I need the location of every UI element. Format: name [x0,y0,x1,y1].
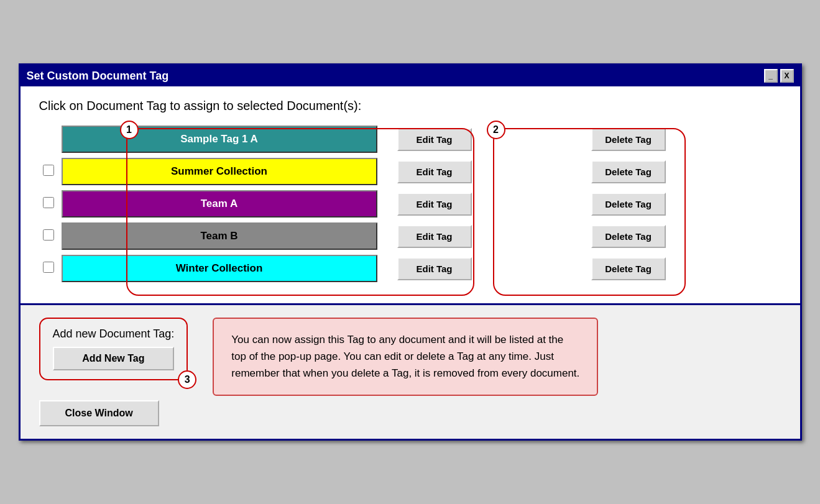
bottom-section: Add new Document Tag: Add New Tag 3 Clos… [21,303,800,439]
instruction-text: Click on Document Tag to assign to selec… [39,99,781,113]
delete-tag-cell: Delete Tag [587,155,781,188]
tag-button[interactable]: Team B [62,222,377,250]
table-row: Sample Tag 1 AEdit TagDelete Tag [39,123,781,155]
tag-checkbox[interactable] [43,229,54,241]
tag-name-cell: Winter Collection [58,252,381,285]
minimize-button[interactable]: _ [764,69,778,83]
spacer-cell [381,220,394,252]
tag-button[interactable]: Sample Tag 1 A [62,126,377,153]
info-box: You can now assign this Tag to any docum… [213,318,598,396]
tag-checkbox[interactable] [43,262,54,273]
close-window-button[interactable]: Close Window [39,400,159,426]
table-row: Winter CollectionEdit TagDelete Tag [39,252,781,285]
title-bar: Set Custom Document Tag _ X [21,65,800,86]
spacer-cell [381,188,394,220]
main-window: Set Custom Document Tag _ X Click on Doc… [19,63,802,441]
edit-tag-cell: Edit Tag [394,188,587,220]
delete-tag-button[interactable]: Delete Tag [591,160,666,183]
tag-name-cell: Team B [58,220,381,252]
edit-tag-cell: Edit Tag [394,155,587,188]
tag-button[interactable]: Team A [62,190,377,218]
annotation-2: 2 [487,121,505,139]
edit-tag-button[interactable]: Edit Tag [397,128,472,151]
delete-tag-cell: Delete Tag [587,123,781,155]
table-row: Team AEdit TagDelete Tag [39,188,781,220]
delete-tag-cell: Delete Tag [587,220,781,252]
tag-checkbox-cell [39,155,58,188]
tag-name-cell: Team A [58,188,381,220]
edit-tag-button[interactable]: Edit Tag [397,225,472,248]
spacer-cell [381,123,394,155]
left-panel: Add new Document Tag: Add New Tag 3 Clos… [39,318,188,426]
spacer-cell [381,252,394,285]
table-row: Team BEdit TagDelete Tag [39,220,781,252]
delete-tag-button[interactable]: Delete Tag [591,225,666,248]
spacer-cell [381,155,394,188]
tag-name-cell: Summer Collection [58,155,381,188]
edit-tag-button[interactable]: Edit Tag [397,193,472,216]
tag-checkbox[interactable] [43,165,54,176]
close-window-section: Close Window [39,380,188,426]
edit-tag-button[interactable]: Edit Tag [397,257,472,280]
delete-tag-button[interactable]: Delete Tag [591,257,666,280]
delete-tag-cell: Delete Tag [587,188,781,220]
tag-checkbox[interactable] [43,197,54,208]
title-bar-controls: _ X [764,69,794,83]
annotation-1: 1 [120,121,139,139]
edit-tag-cell: Edit Tag [394,220,587,252]
tag-checkbox-cell [39,123,58,155]
edit-tag-cell: Edit Tag [394,252,587,285]
delete-tag-button[interactable]: Delete Tag [591,128,666,151]
tag-checkbox-cell [39,188,58,220]
window-body: Click on Document Tag to assign to selec… [21,86,800,303]
add-tag-box: Add new Document Tag: Add New Tag [39,318,188,380]
edit-tag-button[interactable]: Edit Tag [397,160,472,183]
tag-name-cell: Sample Tag 1 A [58,123,381,155]
tag-checkbox-cell [39,252,58,285]
add-new-tag-button[interactable]: Add New Tag [53,347,175,370]
table-row: Summer CollectionEdit TagDelete Tag [39,155,781,188]
tag-button[interactable]: Summer Collection [62,158,377,185]
delete-tag-cell: Delete Tag [587,252,781,285]
window-title: Set Custom Document Tag [27,70,169,83]
tags-table: Sample Tag 1 AEdit TagDelete TagSummer C… [39,123,781,285]
delete-tag-button[interactable]: Delete Tag [591,193,666,216]
close-button[interactable]: X [780,69,794,83]
annotation-3: 3 [178,370,196,389]
tag-checkbox-cell [39,220,58,252]
tag-button[interactable]: Winter Collection [62,255,377,282]
add-tag-label: Add new Document Tag: [53,328,175,341]
